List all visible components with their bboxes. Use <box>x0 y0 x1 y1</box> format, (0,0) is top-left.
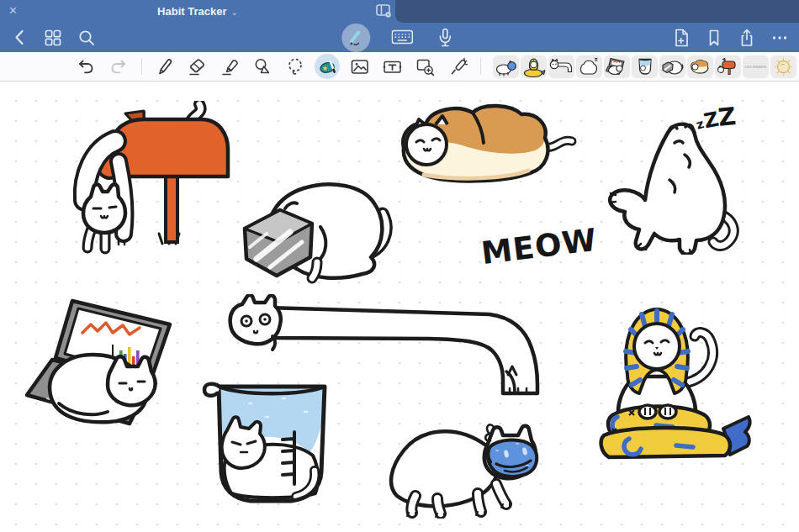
sticker-thumb-sleeping-cat[interactable] <box>576 55 602 78</box>
sticker-thumb-december-text[interactable]: DECEMBER <box>743 55 769 78</box>
sticker-thumb-masked-cat[interactable] <box>493 55 519 78</box>
split-view-tab-icon[interactable] <box>376 4 392 18</box>
back-chevron-icon[interactable] <box>8 27 30 49</box>
share-icon[interactable] <box>736 27 758 49</box>
goodnotes-app-window: ✕ Habit Tracker ⌄ <box>0 0 799 532</box>
sticker-thumb-box-cat[interactable] <box>659 55 685 78</box>
december-thumb-label: DECEMBER <box>744 65 766 69</box>
tab-strip: ✕ Habit Tracker ⌄ <box>0 0 799 23</box>
more-ellipsis-icon[interactable] <box>769 27 791 49</box>
image-tool[interactable] <box>349 56 370 77</box>
document-tab[interactable]: Habit Tracker ⌄ <box>0 0 395 23</box>
sleeping-cat-sticker[interactable]: z Z Z <box>597 108 774 258</box>
screenshot-zoom-tool[interactable] <box>415 56 436 77</box>
recent-stickers-row: DECEMBER <box>493 55 796 78</box>
eraser-tool[interactable] <box>187 56 208 77</box>
grid-view-icon[interactable] <box>42 27 64 49</box>
text-tool[interactable] <box>382 56 403 77</box>
bookmark-icon[interactable] <box>703 27 725 49</box>
sticker-thumb-bread-cat[interactable] <box>687 55 713 78</box>
chevron-down-icon: ⌄ <box>230 8 237 17</box>
laptop-cat-sticker[interactable] <box>22 298 186 435</box>
sticker-thumb-laptop-cat[interactable] <box>604 55 630 78</box>
nav-right-group <box>670 27 799 49</box>
meow-ink-text[interactable]: MEOW <box>479 222 600 272</box>
nav-center-group <box>341 24 456 52</box>
sticker-thumb-beaker-cat[interactable] <box>632 55 658 78</box>
pen-tool[interactable] <box>154 56 175 77</box>
lasso-tool[interactable] <box>284 56 305 77</box>
pen-mode-button[interactable] <box>341 24 370 52</box>
search-icon[interactable] <box>76 27 98 49</box>
tab-strip-background <box>395 0 799 23</box>
toolbar-divider <box>480 58 481 75</box>
sticker-thumb-pharaoh-cat[interactable] <box>521 55 547 78</box>
sticker-thumb-long-cat[interactable] <box>548 55 574 78</box>
editing-toolbar: DECEMBER <box>0 52 799 82</box>
mailbox-cat-sticker[interactable] <box>63 101 244 260</box>
sticker-thumb-cookie[interactable] <box>770 55 796 78</box>
keyboard-icon[interactable] <box>391 27 413 49</box>
notebook-canvas[interactable]: z Z Z MEOW <box>0 82 799 532</box>
sticker-thumb-mailbox-cat[interactable] <box>715 55 741 78</box>
masked-cat-sticker[interactable] <box>362 412 553 522</box>
elements-tool-selected[interactable] <box>315 54 340 79</box>
redo-button[interactable] <box>108 56 130 77</box>
shapes-tool[interactable] <box>251 56 273 77</box>
navigation-bar <box>0 23 799 52</box>
highlighter-tool[interactable] <box>220 56 241 77</box>
zzz-ink-text[interactable]: z Z Z <box>696 103 736 132</box>
nav-left-group <box>0 27 98 49</box>
bread-cat-sticker[interactable] <box>389 101 578 192</box>
pharaoh-cat-sticker[interactable] <box>582 303 759 467</box>
document-title: Habit Tracker <box>157 5 226 18</box>
toolbar-divider <box>141 58 142 75</box>
add-page-icon[interactable] <box>670 27 692 49</box>
beaker-cat-sticker[interactable] <box>198 378 340 514</box>
laser-pointer-tool[interactable] <box>447 56 468 77</box>
box-cat-sticker[interactable] <box>238 170 402 291</box>
undo-button[interactable] <box>76 56 97 77</box>
microphone-icon[interactable] <box>434 27 456 49</box>
